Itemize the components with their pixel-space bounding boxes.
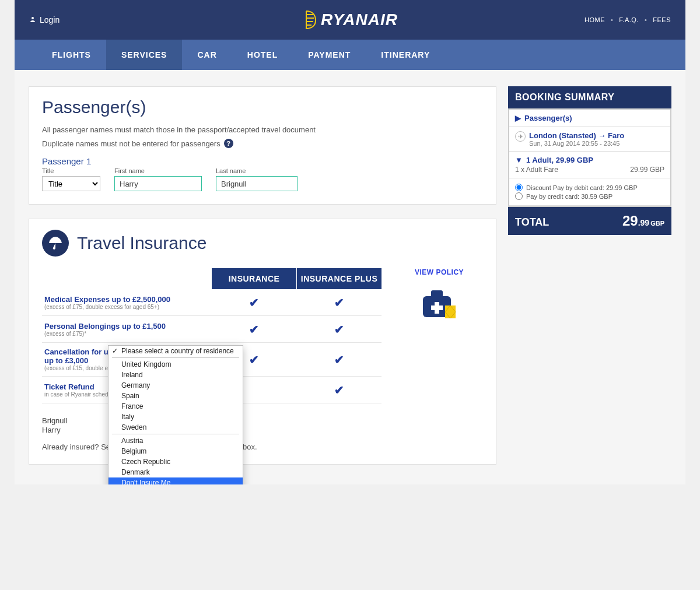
dropdown-option[interactable]: Belgium [108, 446, 243, 456]
dropdown-option[interactable]: Austria [108, 436, 243, 446]
ins-row1-main: Medical Expenses up to £2,500,000 [44, 295, 206, 304]
user-icon [29, 15, 36, 24]
firstname-input[interactable] [114, 176, 202, 191]
title-field-label: Title [42, 167, 100, 174]
nav-services[interactable]: SERVICES [106, 40, 183, 70]
pay-credit-option[interactable]: Pay by credit card: 30.59 GBP [515, 192, 664, 200]
fees-link[interactable]: FEES [653, 16, 671, 23]
passengers-note-2: Duplicate names must not be entered for … [42, 139, 220, 148]
nav-itinerary[interactable]: ITINERARY [366, 40, 445, 70]
brand-text: RYANAIR [321, 10, 398, 29]
dropdown-option[interactable]: Ireland [108, 370, 243, 380]
dropdown-option[interactable]: Denmark [108, 467, 243, 477]
country-dropdown[interactable]: Please select a country of residence Uni… [108, 345, 243, 484]
summary-route-sub: Sun, 31 Aug 2014 20:55 - 23:45 [529, 140, 624, 147]
plane-icon: ✈ [515, 131, 526, 142]
help-icon[interactable]: ? [224, 139, 233, 148]
title-select[interactable]: Title [42, 176, 100, 191]
check-icon [249, 296, 259, 309]
dropdown-option[interactable]: Spain [108, 391, 243, 401]
fare-amount: 29.99 GBP [630, 166, 664, 174]
pay-debit-option[interactable]: Discount Pay by debit card: 29.99 GBP [515, 184, 664, 191]
insurance-heading: Travel Insurance [77, 233, 206, 253]
summary-heading: BOOKING SUMMARY [508, 86, 671, 108]
dropdown-option-dont-insure[interactable]: Don't Insure Me [108, 477, 243, 484]
summary-route: London (Stansted) → Faro [529, 131, 624, 140]
separator-dot: • [611, 16, 613, 23]
top-right-links: HOME • F.A.Q. • FEES [584, 16, 671, 23]
home-link[interactable]: HOME [584, 16, 605, 23]
check-icon [249, 323, 259, 336]
total-currency: GBP [650, 220, 664, 227]
view-policy-link[interactable]: VIEW POLICY [396, 268, 483, 276]
check-icon [334, 353, 344, 366]
passenger-1-label: Passenger 1 [42, 156, 483, 166]
passengers-note-1: All passenger names must match those in … [42, 125, 483, 134]
nav-car[interactable]: CAR [182, 40, 232, 70]
nav-flights[interactable]: FLIGHTS [37, 40, 106, 70]
svg-rect-4 [431, 305, 443, 310]
ins-row2-main: Personal Belongings up to £1,500 [44, 322, 206, 331]
triangle-down-icon: ▼ [515, 156, 523, 164]
passengers-note-2-row: Duplicate names must not be entered for … [42, 139, 483, 148]
ins-row1-sub: (excess of £75, double excess for aged 6… [44, 304, 206, 310]
check-icon [334, 384, 344, 396]
pay-debit-radio[interactable] [515, 184, 523, 191]
login-link[interactable]: Login [29, 15, 60, 24]
nav-hotel[interactable]: HOTEL [232, 40, 293, 70]
faq-link[interactable]: F.A.Q. [619, 16, 639, 23]
total-label: TOTAL [515, 216, 549, 229]
harp-icon [302, 9, 318, 30]
dropdown-option[interactable]: United Kingdom [108, 359, 243, 370]
summary-adult-toggle[interactable]: ▼ 1 Adult, 29.99 GBP [515, 156, 664, 164]
pay-credit-radio[interactable] [515, 192, 523, 200]
dropdown-option[interactable]: Germany [108, 380, 243, 391]
insurance-col-2: INSURANCE PLUS [296, 268, 382, 289]
dropdown-option[interactable]: France [108, 401, 243, 412]
svg-rect-2 [431, 290, 443, 297]
svg-point-0 [32, 17, 34, 19]
lastname-field-label: Last name [216, 167, 298, 174]
ins-row2-sub: (excess of £75)* [44, 331, 206, 337]
lastname-input[interactable] [216, 176, 298, 191]
dropdown-option[interactable]: Czech Republic [108, 456, 243, 467]
passengers-heading: Passenger(s) [42, 97, 483, 117]
passengers-card: Passenger(s) All passenger names must ma… [29, 86, 496, 205]
firstname-field-label: First name [114, 167, 202, 174]
insurance-col-1: INSURANCE [211, 268, 296, 289]
dropdown-header[interactable]: Please select a country of residence [108, 346, 243, 356]
brand-logo[interactable]: RYANAIR [302, 9, 398, 30]
total-dec: .99 [638, 218, 649, 227]
check-icon [249, 353, 259, 366]
main-nav: FLIGHTS SERVICES CAR HOTEL PAYMENT ITINE… [15, 40, 685, 70]
umbrella-icon [42, 230, 69, 257]
dropdown-option[interactable]: Sweden [108, 422, 243, 433]
summary-total: TOTAL 29.99GBP [508, 207, 671, 235]
login-label: Login [40, 15, 60, 24]
dropdown-option[interactable]: Italy [108, 412, 243, 422]
triangle-right-icon: ▶ [515, 114, 521, 122]
check-icon [334, 296, 344, 309]
fare-label: 1 x Adult Fare [515, 166, 558, 174]
separator-dot: • [645, 16, 647, 23]
medical-bag-icon [396, 286, 483, 323]
check-icon [334, 323, 344, 336]
nav-payment[interactable]: PAYMENT [293, 40, 366, 70]
total-int: 29 [622, 213, 638, 229]
insurance-card: Travel Insurance INSURANCE INSURANCE PLU… [29, 219, 496, 465]
top-bar: Login RYANAIR HOME • F.A.Q. • FEES [15, 0, 685, 40]
booking-summary: BOOKING SUMMARY ▶ Passenger(s) ✈ London … [508, 86, 671, 235]
summary-passengers-toggle[interactable]: ▶ Passenger(s) [515, 114, 664, 122]
